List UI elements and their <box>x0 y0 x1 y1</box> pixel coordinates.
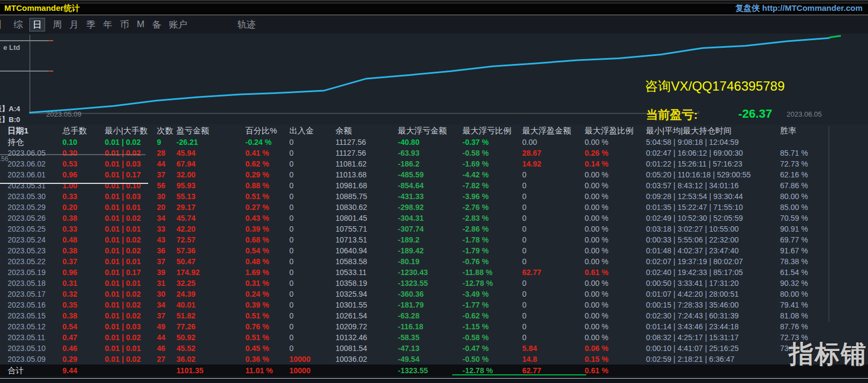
row-label: 2023.05.30 <box>0 192 54 201</box>
table-row[interactable]: 2023.06.050.300.01 | 0.022845.940.41 %01… <box>0 148 868 158</box>
row-label: 2023.05.29 <box>0 203 54 212</box>
cell-1: 0.01 | 0.17 <box>97 170 149 179</box>
cell-11: 0:03:18 | 3:02:27 | 10:55:00 <box>638 225 772 233</box>
cell-4: 0.31 % <box>237 279 281 288</box>
col-header-3[interactable]: 盈亏金额 <box>168 126 237 136</box>
cell-10: 0.00 % <box>576 311 638 320</box>
cell-3: 50.47 <box>168 257 237 266</box>
consult-annotation: 咨询VX/QQ1746395789 <box>645 78 785 95</box>
table-row[interactable]: 2023.05.150.380.01 | 0.023751.820.51 %01… <box>0 310 868 321</box>
cell-2: 30 <box>149 290 168 298</box>
summary-row[interactable]: 合计9.441101.3511.01 %10000-1323.55-12.78 … <box>0 365 868 376</box>
menu-item-10[interactable]: 轨迹 <box>237 18 256 31</box>
table-row[interactable]: 2023.05.311.000.01 | 0.105695.930.88 %01… <box>0 180 868 191</box>
col-header-5[interactable]: 出入金 <box>281 126 327 136</box>
menu-item-0[interactable]: 综 <box>14 18 23 31</box>
cell-6: 11013.68 <box>327 170 390 179</box>
cell-5: 0 <box>281 333 327 342</box>
table-row[interactable]: 2023.05.160.350.01 | 0.023440.010.39 %01… <box>0 299 868 310</box>
cell-0: 0.46 <box>54 344 97 353</box>
cell-9: 0 <box>514 301 576 309</box>
col-header-12[interactable]: 胜率 <box>772 126 868 136</box>
cell-8: -0.76 % <box>454 257 514 266</box>
row-label: 2023.05.11 <box>0 333 54 342</box>
table-row[interactable]: 2023.05.230.380.01 | 0.023657.360.54 %01… <box>0 245 868 256</box>
cell-8: -0.62 % <box>454 311 514 320</box>
table-row[interactable]: 2023.05.220.370.01 | 0.013750.470.48 %01… <box>0 256 868 267</box>
cell-10: 0.00 % <box>576 333 638 342</box>
brand-link[interactable]: 复盘侠 http://MTCommander.com <box>736 3 863 14</box>
row-label: 2023.05.12 <box>0 322 54 331</box>
cell-3: 67.94 <box>168 159 237 168</box>
cell-7: -47.13 <box>390 344 454 353</box>
cell-2: 33 <box>149 225 168 233</box>
cell-8: -1.78 % <box>454 235 514 244</box>
cell-6: 10885.75 <box>327 192 390 201</box>
col-header-6[interactable]: 余额 <box>327 126 390 136</box>
cell-7: -186.2 <box>390 159 454 168</box>
cell-3: 174.92 <box>168 268 237 277</box>
title-bar: MTCommander统计 复盘侠 http://MTCommander.com <box>0 0 868 15</box>
cell-7: -63.28 <box>390 311 454 320</box>
table-row[interactable]: 2023.05.300.330.01 | 0.033055.130.51 %01… <box>0 191 868 202</box>
col-header-10[interactable]: 最大浮盈比例 <box>576 126 638 136</box>
table-row[interactable]: 2023.05.120.540.01 | 0.034977.260.76 %01… <box>0 321 868 332</box>
table-row[interactable]: 2023.05.090.290.01 | 0.022736.020.36 %10… <box>0 354 868 365</box>
cell-1: 0.01 | 0.02 <box>97 149 149 157</box>
cell-12: 85.71 % <box>772 149 868 157</box>
cell-6: 10036.02 <box>327 355 390 363</box>
col-header-11[interactable]: 最小|平均|最大持仓时间 <box>638 126 772 136</box>
cell-0: 0.53 <box>54 159 97 168</box>
row-label: 2023.05.17 <box>0 290 54 298</box>
menu-item-3[interactable]: 月 <box>69 18 79 31</box>
cell-1: 0.01 | 0.01 <box>97 279 149 288</box>
table-row[interactable]: 2023.05.250.330.01 | 0.013342.200.39 %01… <box>0 224 868 234</box>
col-header-1[interactable]: 最小|大手数 <box>97 126 149 136</box>
menu-item-2[interactable]: 周 <box>53 18 62 31</box>
cell-9: 0 <box>514 235 576 244</box>
table-row[interactable]: 2023.05.110.470.01 | 0.024450.920.51 %01… <box>0 332 868 343</box>
cell-4: 11.01 % <box>237 366 281 375</box>
table-row[interactable]: 2023.05.100.460.01 | 0.014645.520.45 %01… <box>0 343 868 354</box>
menu-item-7[interactable]: M <box>137 19 144 30</box>
cell-1: 0.01 | 0.02 <box>97 214 149 222</box>
col-header-2[interactable]: 次数 <box>149 126 168 136</box>
menu-item-1[interactable]: 日 <box>29 18 45 31</box>
cell-2: 44 <box>149 333 168 342</box>
table-row[interactable]: 2023.05.290.200.01 | 0.012029.170.27 %01… <box>0 202 868 213</box>
cell-7: -40.80 <box>390 138 454 146</box>
col-header-8[interactable]: 最大浮亏比例 <box>454 126 514 136</box>
menu-item-8[interactable]: 备 <box>152 18 161 31</box>
cell-11: 0:02:47 | 16:06:12 | 69:00:30 <box>638 149 772 157</box>
table-row[interactable]: 2023.05.180.310.01 | 0.013132.250.31 %01… <box>0 278 868 289</box>
col-header-4[interactable]: 百分比% <box>237 126 281 136</box>
cell-10: 0.00 % <box>576 138 638 146</box>
cell-3: 45.94 <box>168 149 237 157</box>
table-row[interactable]: 2023.05.190.960.01 | 0.1739174.921.69 %0… <box>0 267 868 278</box>
cell-5: 0 <box>281 311 327 320</box>
table-row[interactable]: 2023.06.020.530.01 | 0.034467.940.62 %01… <box>0 158 868 169</box>
cell-2: 34 <box>149 301 168 309</box>
bottom-border <box>0 378 868 379</box>
table-row[interactable]: 2023.06.010.960.01 | 0.173732.000.29 %01… <box>0 169 868 180</box>
col-header-9[interactable]: 最大浮盈金额 <box>514 126 576 136</box>
menu-item-6[interactable]: 币 <box>120 18 129 31</box>
position-row[interactable]: 持仓0.100.01 | 0.029-26.21-0.24 %011127.56… <box>0 137 868 148</box>
cell-2: 37 <box>149 170 168 179</box>
cell-8: -1.15 % <box>454 322 514 331</box>
menu-item-9[interactable]: 账户 <box>169 18 187 31</box>
cell-0: 0.38 <box>54 311 97 320</box>
table-row[interactable]: 2023.05.170.320.01 | 0.023024.390.24 %01… <box>0 289 868 299</box>
menu-item-4[interactable]: 季 <box>86 18 96 31</box>
cell-10: 0.00 % <box>576 290 638 298</box>
cell-9: 14.8 <box>514 355 576 363</box>
row-label: 持仓 <box>0 137 54 148</box>
cell-1: 0.01 | 0.10 <box>97 181 149 190</box>
table-row[interactable]: 2023.05.240.480.01 | 0.024372.570.68 %01… <box>0 234 868 245</box>
cell-0: 0.32 <box>54 290 97 298</box>
col-header-7[interactable]: 最大浮亏金额 <box>390 126 454 136</box>
table-row[interactable]: 2023.05.260.380.01 | 0.023445.740.43 %01… <box>0 213 868 224</box>
col-header-0[interactable]: 总手数 <box>54 126 97 136</box>
menu-bar: 】 综日周月季年币M备账户轨迹 <box>0 15 868 34</box>
menu-item-5[interactable]: 年 <box>103 18 112 31</box>
